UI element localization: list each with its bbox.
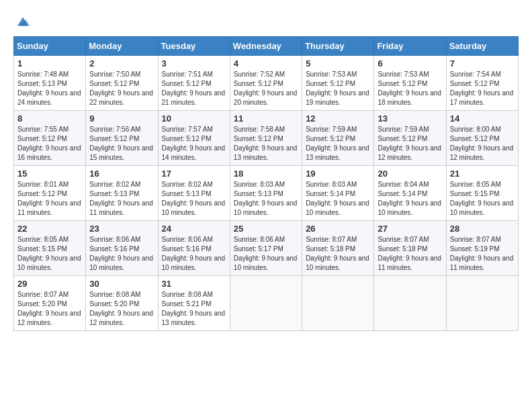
day-info: Sunrise: 8:00 AMSunset: 5:12 PMDaylight:…	[450, 125, 515, 163]
day-info: Sunrise: 7:48 AMSunset: 5:13 PMDaylight:…	[17, 70, 82, 107]
day-info: Sunrise: 8:06 AMSunset: 5:17 PMDaylight:…	[234, 235, 298, 273]
day-number: 30	[89, 279, 154, 289]
logo	[13, 13, 31, 30]
day-number: 10	[162, 113, 226, 124]
calendar-cell: 16Sunrise: 8:02 AMSunset: 5:13 PMDayligh…	[86, 166, 158, 221]
calendar-cell: 9Sunrise: 7:56 AMSunset: 5:12 PMDaylight…	[86, 111, 158, 166]
calendar-week-row: 22Sunrise: 8:05 AMSunset: 5:15 PMDayligh…	[14, 221, 519, 276]
day-number: 14	[450, 113, 515, 124]
page-header	[13, 13, 519, 30]
day-info: Sunrise: 8:06 AMSunset: 5:16 PMDaylight:…	[162, 235, 226, 273]
calendar-cell: 5Sunrise: 7:53 AMSunset: 5:12 PMDaylight…	[302, 56, 374, 111]
calendar-cell: 28Sunrise: 8:07 AMSunset: 5:19 PMDayligh…	[446, 221, 518, 276]
day-info: Sunrise: 8:07 AMSunset: 5:20 PMDaylight:…	[17, 290, 82, 328]
calendar-cell: 4Sunrise: 7:52 AMSunset: 5:12 PMDaylight…	[230, 56, 302, 111]
day-number: 26	[306, 224, 370, 234]
day-number: 24	[162, 224, 226, 234]
day-info: Sunrise: 7:59 AMSunset: 5:12 PMDaylight:…	[306, 125, 370, 163]
day-info: Sunrise: 7:55 AMSunset: 5:12 PMDaylight:…	[17, 125, 82, 163]
day-info: Sunrise: 8:03 AMSunset: 5:14 PMDaylight:…	[306, 180, 370, 218]
calendar-cell: 19Sunrise: 8:03 AMSunset: 5:14 PMDayligh…	[302, 166, 374, 221]
calendar-cell: 13Sunrise: 7:59 AMSunset: 5:12 PMDayligh…	[374, 111, 446, 166]
day-info: Sunrise: 7:54 AMSunset: 5:12 PMDaylight:…	[450, 70, 515, 107]
day-number: 16	[89, 169, 154, 179]
calendar-cell: 18Sunrise: 8:03 AMSunset: 5:13 PMDayligh…	[230, 166, 302, 221]
weekday-header-thursday: Thursday	[302, 37, 374, 56]
day-info: Sunrise: 7:58 AMSunset: 5:12 PMDaylight:…	[234, 125, 298, 163]
day-info: Sunrise: 7:57 AMSunset: 5:12 PMDaylight:…	[162, 125, 226, 163]
day-info: Sunrise: 7:59 AMSunset: 5:12 PMDaylight:…	[378, 125, 442, 163]
calendar-cell: 14Sunrise: 8:00 AMSunset: 5:12 PMDayligh…	[446, 111, 518, 166]
day-info: Sunrise: 8:06 AMSunset: 5:16 PMDaylight:…	[89, 235, 154, 273]
calendar-cell	[374, 276, 446, 331]
day-info: Sunrise: 8:05 AMSunset: 5:15 PMDaylight:…	[17, 235, 82, 273]
day-info: Sunrise: 7:51 AMSunset: 5:12 PMDaylight:…	[162, 70, 226, 107]
calendar-cell: 6Sunrise: 7:53 AMSunset: 5:12 PMDaylight…	[374, 56, 446, 111]
calendar-cell: 1Sunrise: 7:48 AMSunset: 5:13 PMDaylight…	[14, 56, 86, 111]
calendar-header-row: SundayMondayTuesdayWednesdayThursdayFrid…	[14, 37, 519, 56]
calendar-cell: 11Sunrise: 7:58 AMSunset: 5:12 PMDayligh…	[230, 111, 302, 166]
calendar-cell: 24Sunrise: 8:06 AMSunset: 5:16 PMDayligh…	[158, 221, 230, 276]
day-info: Sunrise: 8:02 AMSunset: 5:13 PMDaylight:…	[162, 180, 226, 218]
day-number: 28	[450, 224, 515, 234]
day-info: Sunrise: 8:05 AMSunset: 5:15 PMDaylight:…	[450, 180, 515, 218]
weekday-header-monday: Monday	[86, 37, 158, 56]
day-number: 22	[17, 224, 82, 234]
calendar-cell	[446, 276, 518, 331]
calendar-cell: 25Sunrise: 8:06 AMSunset: 5:17 PMDayligh…	[230, 221, 302, 276]
calendar-cell: 17Sunrise: 8:02 AMSunset: 5:13 PMDayligh…	[158, 166, 230, 221]
day-number: 20	[378, 169, 442, 179]
day-info: Sunrise: 8:07 AMSunset: 5:18 PMDaylight:…	[378, 235, 442, 273]
calendar-week-row: 29Sunrise: 8:07 AMSunset: 5:20 PMDayligh…	[14, 276, 519, 331]
day-info: Sunrise: 7:52 AMSunset: 5:12 PMDaylight:…	[234, 70, 298, 107]
calendar-cell: 30Sunrise: 8:08 AMSunset: 5:20 PMDayligh…	[86, 276, 158, 331]
calendar-cell: 31Sunrise: 8:08 AMSunset: 5:21 PMDayligh…	[158, 276, 230, 331]
day-number: 13	[378, 113, 442, 124]
day-number: 12	[306, 113, 370, 124]
day-number: 15	[17, 169, 82, 179]
calendar-week-row: 1Sunrise: 7:48 AMSunset: 5:13 PMDaylight…	[14, 56, 519, 111]
weekday-header-sunday: Sunday	[14, 37, 86, 56]
day-number: 8	[17, 113, 82, 124]
day-info: Sunrise: 8:01 AMSunset: 5:12 PMDaylight:…	[17, 180, 82, 218]
day-number: 7	[450, 58, 515, 68]
calendar-cell: 15Sunrise: 8:01 AMSunset: 5:12 PMDayligh…	[14, 166, 86, 221]
calendar-cell: 22Sunrise: 8:05 AMSunset: 5:15 PMDayligh…	[14, 221, 86, 276]
day-number: 27	[378, 224, 442, 234]
calendar-cell: 27Sunrise: 8:07 AMSunset: 5:18 PMDayligh…	[374, 221, 446, 276]
day-number: 23	[89, 224, 154, 234]
day-number: 11	[234, 113, 298, 124]
day-number: 2	[89, 58, 154, 68]
day-info: Sunrise: 7:53 AMSunset: 5:12 PMDaylight:…	[378, 70, 442, 107]
day-number: 5	[306, 58, 370, 68]
calendar-week-row: 8Sunrise: 7:55 AMSunset: 5:12 PMDaylight…	[14, 111, 519, 166]
logo-icon	[15, 13, 31, 30]
day-number: 1	[17, 58, 82, 68]
weekday-header-wednesday: Wednesday	[230, 37, 302, 56]
day-number: 29	[17, 279, 82, 289]
calendar-cell: 2Sunrise: 7:50 AMSunset: 5:12 PMDaylight…	[86, 56, 158, 111]
day-info: Sunrise: 7:56 AMSunset: 5:12 PMDaylight:…	[89, 125, 154, 163]
day-number: 17	[162, 169, 226, 179]
day-number: 19	[306, 169, 370, 179]
day-info: Sunrise: 8:02 AMSunset: 5:13 PMDaylight:…	[89, 180, 154, 218]
day-info: Sunrise: 8:07 AMSunset: 5:18 PMDaylight:…	[306, 235, 370, 273]
calendar-cell: 3Sunrise: 7:51 AMSunset: 5:12 PMDaylight…	[158, 56, 230, 111]
day-number: 4	[234, 58, 298, 68]
calendar-cell: 20Sunrise: 8:04 AMSunset: 5:14 PMDayligh…	[374, 166, 446, 221]
weekday-header-friday: Friday	[374, 37, 446, 56]
weekday-header-tuesday: Tuesday	[158, 37, 230, 56]
calendar-week-row: 15Sunrise: 8:01 AMSunset: 5:12 PMDayligh…	[14, 166, 519, 221]
day-info: Sunrise: 8:04 AMSunset: 5:14 PMDaylight:…	[378, 180, 442, 218]
day-number: 21	[450, 169, 515, 179]
calendar-cell: 8Sunrise: 7:55 AMSunset: 5:12 PMDaylight…	[14, 111, 86, 166]
day-info: Sunrise: 8:03 AMSunset: 5:13 PMDaylight:…	[234, 180, 298, 218]
calendar-cell: 21Sunrise: 8:05 AMSunset: 5:15 PMDayligh…	[446, 166, 518, 221]
day-number: 31	[162, 279, 226, 289]
day-info: Sunrise: 8:08 AMSunset: 5:21 PMDaylight:…	[162, 290, 226, 328]
calendar-cell: 23Sunrise: 8:06 AMSunset: 5:16 PMDayligh…	[86, 221, 158, 276]
day-number: 9	[89, 113, 154, 124]
calendar-cell: 10Sunrise: 7:57 AMSunset: 5:12 PMDayligh…	[158, 111, 230, 166]
calendar-cell: 26Sunrise: 8:07 AMSunset: 5:18 PMDayligh…	[302, 221, 374, 276]
weekday-header-saturday: Saturday	[446, 37, 518, 56]
